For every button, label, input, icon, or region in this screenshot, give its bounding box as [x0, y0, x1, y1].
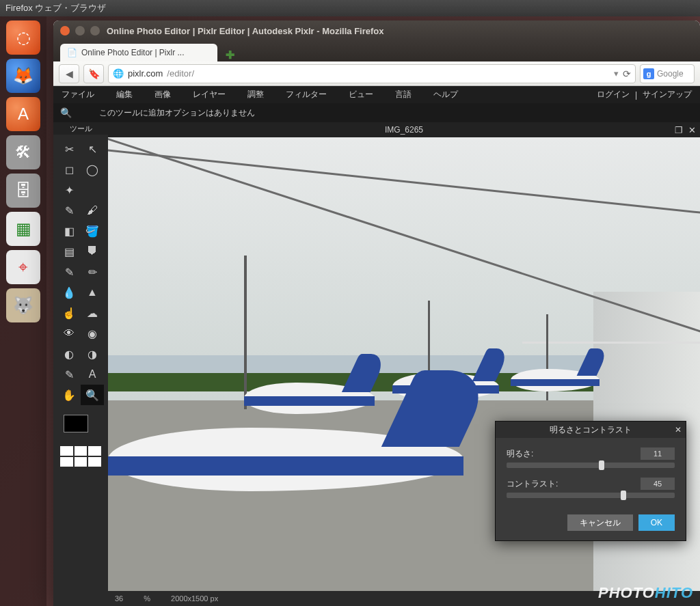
files-icon[interactable]: 🗄: [6, 174, 40, 208]
dropdown-icon[interactable]: ▾: [614, 68, 619, 79]
color-swatch[interactable]: [64, 415, 98, 439]
ok-button[interactable]: OK: [638, 514, 675, 531]
lasso-tool[interactable]: ◯: [81, 159, 104, 180]
ubuntu-dash-icon[interactable]: ◌: [6, 20, 40, 55]
window-maximize-button[interactable]: [90, 26, 100, 36]
gimp-icon[interactable]: 🐺: [6, 288, 40, 322]
pencil-tool[interactable]: ✎: [57, 200, 81, 221]
contrast-slider-thumb[interactable]: [621, 491, 626, 500]
sharpen-tool[interactable]: ▲: [81, 282, 104, 303]
contrast-value[interactable]: 45: [641, 478, 675, 490]
menu-2[interactable]: 画像: [154, 89, 171, 100]
stamp-tool[interactable]: ⛊: [81, 241, 104, 262]
brightness-contrast-dialog[interactable]: 明るさとコントラスト ✕ 明るさ: 11 コントラスト: 45: [495, 421, 686, 541]
menu-6[interactable]: ビュー: [349, 89, 373, 100]
pixlr-menubar: ファイル編集画像レイヤー調整フィルタービュー言語ヘルプ ログイン | サインアッ…: [53, 86, 700, 103]
spacer1[interactable]: [81, 180, 104, 200]
browser-tab[interactable]: 📄 Online Photo Editor | Pixlr ...: [60, 44, 217, 61]
status-dimensions: 2000x1500 px: [171, 594, 218, 603]
back-button[interactable]: ◀: [59, 64, 79, 83]
settings-icon[interactable]: 🛠: [6, 135, 40, 169]
url-domain: pixlr.com: [128, 68, 163, 79]
login-link[interactable]: ログイン: [597, 89, 630, 100]
brightness-slider[interactable]: [507, 463, 675, 468]
picker-tool[interactable]: ✎: [57, 364, 81, 385]
zoom-tool[interactable]: 🔍: [81, 385, 104, 405]
status-zoom-icon: %: [144, 594, 150, 603]
brightness-slider-thumb[interactable]: [599, 460, 604, 470]
menu-3[interactable]: レイヤー: [193, 89, 226, 100]
window-close-button[interactable]: [60, 26, 70, 36]
window-title-text: Online Photo Editor | Pixlr Editor | Aut…: [107, 26, 384, 36]
dialog-titlebar[interactable]: 明るさとコントラスト ✕: [496, 422, 686, 438]
tab-label: Online Photo Editor | Pixlr ...: [81, 48, 185, 57]
search-placeholder: Google: [657, 69, 684, 79]
url-bar[interactable]: 🌐 pixlr.com/editor/ ▾ ⟳: [108, 64, 636, 83]
bookmark-icon[interactable]: 🔖: [83, 64, 104, 83]
contrast-label: コントラスト:: [507, 478, 641, 490]
bucket-tool[interactable]: 🪣: [81, 221, 104, 241]
crop-tool[interactable]: ✂: [57, 139, 81, 159]
browser-tabstrip: 📄 Online Photo Editor | Pixlr ... ✚: [53, 41, 700, 61]
pixlr-tool-options: 🔍 このツールに追加オプションはありません: [53, 103, 700, 122]
spot-tool[interactable]: ◉: [81, 323, 104, 344]
pinch-tool[interactable]: ◑: [81, 344, 104, 364]
calc-icon[interactable]: ▦: [6, 212, 40, 246]
menu-5[interactable]: フィルター: [286, 89, 327, 100]
draw-tool[interactable]: ✏: [81, 262, 104, 282]
browser-nav-toolbar: ◀ 🔖 🌐 pixlr.com/editor/ ▾ ⟳ g Google: [53, 61, 700, 86]
contrast-slider[interactable]: [507, 493, 675, 498]
move-tool[interactable]: ↖: [81, 139, 104, 159]
redeye-tool[interactable]: 👁: [57, 323, 81, 344]
reload-button[interactable]: ⟳: [623, 68, 631, 79]
globe-icon: 🌐: [113, 68, 124, 79]
firefox-icon[interactable]: 🦊: [6, 59, 40, 93]
window-minimize-button[interactable]: [75, 26, 85, 36]
photohito-watermark: PHOTOHITO: [598, 584, 693, 602]
marquee-tool[interactable]: ◻: [57, 159, 81, 180]
swatch-mini-grid[interactable]: [60, 446, 101, 467]
tool-panel-title: ツール: [53, 122, 108, 135]
signup-link[interactable]: サインアップ: [643, 89, 692, 100]
firefox-window: Online Photo Editor | Pixlr Editor | Aut…: [53, 20, 700, 606]
bloat-tool[interactable]: ◐: [57, 344, 81, 364]
pixlr-account-area: ログイン | サインアップ: [597, 89, 692, 100]
cancel-button[interactable]: キャンセル: [567, 514, 633, 531]
canvas-restore-icon[interactable]: ❐: [675, 125, 683, 135]
hand-tool[interactable]: ✋: [57, 385, 81, 405]
canvas-title-text: IMG_6265: [385, 125, 423, 135]
status-zoom: 36: [115, 594, 123, 603]
smudge-tool[interactable]: ☝: [57, 303, 81, 323]
software-center-icon[interactable]: A: [6, 97, 40, 131]
pixlr-app: ファイル編集画像レイヤー調整フィルタービュー言語ヘルプ ログイン | サインアッ…: [53, 86, 700, 606]
search-box[interactable]: g Google: [640, 64, 695, 83]
zoom-options-icon: 🔍: [60, 107, 72, 118]
options-text: このツールに追加オプションはありません: [99, 107, 255, 119]
canvas-titlebar[interactable]: IMG_6265 ❐ ✕: [108, 122, 700, 137]
menu-4[interactable]: 調整: [247, 89, 264, 100]
canvas-close-icon[interactable]: ✕: [688, 125, 696, 135]
ubuntu-menubar: Firefox ウェブ・ブラウザ: [0, 0, 700, 16]
google-icon: g: [643, 68, 654, 79]
dialog-close-icon[interactable]: ✕: [675, 425, 682, 435]
dialog-title-text: 明るさとコントラスト: [550, 424, 632, 436]
menu-1[interactable]: 編集: [116, 89, 133, 100]
gradient-tool[interactable]: ▤: [57, 241, 81, 262]
wand-tool[interactable]: ✦: [57, 180, 81, 200]
brush-tool[interactable]: 🖌: [81, 200, 104, 221]
new-tab-button[interactable]: ✚: [221, 48, 238, 61]
url-path: /editor/: [167, 68, 194, 79]
blur-tool[interactable]: 💧: [57, 282, 81, 303]
menu-7[interactable]: 言語: [395, 89, 412, 100]
menu-0[interactable]: ファイル: [62, 89, 94, 100]
window-titlebar[interactable]: Online Photo Editor | Pixlr Editor | Aut…: [53, 20, 700, 41]
tab-favicon: 📄: [67, 48, 77, 57]
tool-panel: ツール ✂↖◻◯✦✎🖌◧🪣▤⛊✎✏💧▲☝☁👁◉◐◑✎A✋🔍: [53, 122, 108, 606]
brightness-value[interactable]: 11: [641, 447, 675, 460]
color-replace-tool[interactable]: ✎: [57, 262, 81, 282]
type-tool[interactable]: A: [81, 364, 104, 385]
eraser-tool[interactable]: ◧: [57, 221, 81, 241]
menu-8[interactable]: ヘルプ: [433, 89, 458, 100]
sponge-tool[interactable]: ☁: [81, 303, 104, 323]
target-icon[interactable]: ⌖: [6, 250, 40, 284]
